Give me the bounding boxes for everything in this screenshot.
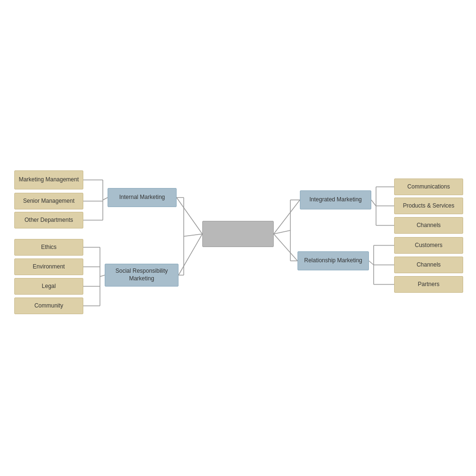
svg-line-24 xyxy=(369,261,374,265)
node-label: Communications xyxy=(407,183,450,191)
node-label: Internal Marketing xyxy=(119,194,165,201)
center-node xyxy=(202,221,274,247)
svg-line-28 xyxy=(184,234,202,237)
svg-line-18 xyxy=(371,200,376,206)
svg-line-5 xyxy=(103,198,108,200)
svg-line-6 xyxy=(178,234,202,276)
node-label: Channels xyxy=(416,261,441,269)
node-environment: Environment xyxy=(14,258,83,275)
node-label: Integrated Marketing xyxy=(309,196,362,204)
node-label: Partners xyxy=(418,281,439,288)
node-label: Social Responsibility Marketing xyxy=(109,268,174,282)
node-integrated-marketing: Integrated Marketing xyxy=(300,190,371,209)
node-social-responsibility-marketing: Social Responsibility Marketing xyxy=(105,264,178,287)
node-label: Community xyxy=(34,302,63,310)
svg-line-13 xyxy=(274,200,300,234)
node-label: Ethics xyxy=(41,244,57,251)
node-label: Products & Services xyxy=(403,202,454,210)
node-relationship-marketing: Relationship Marketing xyxy=(298,251,369,270)
node-ethics: Ethics xyxy=(14,239,83,256)
node-label: Relationship Marketing xyxy=(304,257,362,265)
node-communications: Communications xyxy=(394,178,463,195)
node-channels: Channels xyxy=(394,217,463,234)
node-label: Other Departments xyxy=(24,217,73,224)
node-marketing-management: Marketing Management xyxy=(14,170,83,189)
node-customers: Customers xyxy=(394,237,463,254)
node-label: Environment xyxy=(33,263,65,271)
node-products-&-services: Products & Services xyxy=(394,198,463,214)
svg-line-32 xyxy=(274,230,290,234)
node-legal: Legal xyxy=(14,278,83,295)
node-internal-marketing: Internal Marketing xyxy=(108,188,177,207)
node-label: Marketing Management xyxy=(19,176,79,184)
node-label: Customers xyxy=(415,242,442,249)
node-label: Senior Management xyxy=(23,198,74,205)
node-other-departments: Other Departments xyxy=(14,212,83,228)
mindmap-canvas: Internal MarketingMarketing ManagementSe… xyxy=(0,0,476,476)
svg-line-19 xyxy=(274,234,298,261)
svg-line-12 xyxy=(100,275,105,277)
node-channels: Channels xyxy=(394,257,463,273)
svg-line-0 xyxy=(177,198,202,234)
node-label: Channels xyxy=(416,222,441,229)
node-community: Community xyxy=(14,298,83,314)
node-partners: Partners xyxy=(394,276,463,293)
node-label: Legal xyxy=(42,283,56,290)
node-senior-management: Senior Management xyxy=(14,193,83,209)
